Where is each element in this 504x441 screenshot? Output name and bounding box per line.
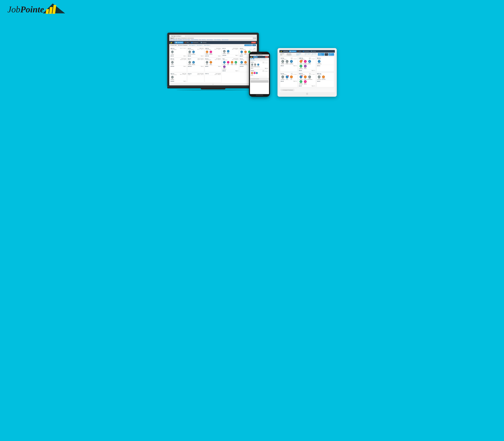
bookmark-other[interactable]: Other bookmarks: [222, 39, 229, 40]
tablet-unassigned-btn[interactable]: ∧ Unassigned Employees: [280, 89, 294, 91]
view-notes-btn[interactable]: View Notes: [197, 45, 203, 46]
phone-unassigned-btn[interactable]: ∧ Unassigned Employees: [250, 78, 269, 80]
job-card-test[interactable]: Test / Kalamazoo Ben Wrinely Apr 17 - Ma…: [222, 58, 239, 72]
manager-cw: Jaim: [249, 48, 255, 49]
tablet-screen: JobPointe 📋 Job Board 💼 Jobs 👥: [279, 50, 335, 92]
tablet-company-eft: EFT Co.: [317, 73, 321, 74]
job-card-zzz[interactable]: ZZZ Co. Chris Roberts Apr 17 - May 17: [205, 73, 221, 82]
tablet-user-aje: User: [309, 58, 315, 58]
name-markj: MARKJONES: [234, 64, 237, 65]
bookmark-free[interactable]: Free stock images...: [183, 39, 191, 40]
job-card-vbj[interactable]: VBJ Co. / New York City Mike Pute Mar 17…: [170, 73, 187, 82]
job-card-aj[interactable]: AJ Co. / Grand Rapids Mike Pute Mar 17 -…: [187, 47, 204, 57]
job-card-xyz[interactable]: XYZ Co. / Ionia Paul Greenway Mar 11 - J…: [187, 73, 204, 82]
job-card-hij[interactable]: HIJ Co. / Grand Rapids Joe Williams Apr …: [205, 58, 221, 72]
name-mark: MARKPOWERS: [223, 53, 226, 54]
name-brad: BRADJONES: [171, 64, 173, 65]
browser-active-tab[interactable]: Andy Egen Job Board: [170, 35, 182, 37]
tablet-lock-notify-btn[interactable]: Lock & No...: [328, 53, 334, 56]
location-abc: / Grand Rapids: [171, 49, 176, 50]
bookmark-apps[interactable]: Apps: [170, 39, 172, 40]
wage-hij: $46.00: [205, 66, 208, 67]
browser-tab-new[interactable]: +: [182, 35, 185, 37]
nav-job-board[interactable]: 📋 Job Board: [174, 41, 183, 44]
phone-name-bruce: BRUCEOSBORN: [251, 66, 254, 67]
tablet-job-aj[interactable]: AJ Co. / Grand Rapids User Mar 17 - Nov …: [280, 57, 298, 72]
view-legend-btn[interactable]: View Legend: [189, 45, 196, 46]
scroll-more[interactable]: ▼: [169, 83, 257, 85]
tablet-settings-label: Settings: [312, 51, 316, 52]
tablet-settings-icon: ⚙️: [311, 51, 312, 52]
location-aje: / Grand Rapids: [205, 49, 211, 50]
tablet-footer-cw: $48.47 Total: 5 ∧: [299, 85, 315, 87]
tablet-nav-settings[interactable]: ⚙️ Settings: [310, 50, 317, 52]
phone-open-filters[interactable]: ⊟ Open Filters: [250, 60, 269, 61]
tablet-job-cj[interactable]: CJ Co. / Grand Rapids Jaim Feb 17 - Feb …: [280, 72, 298, 87]
tablet-formatting-btn[interactable]: Formatting Mode: [296, 53, 304, 55]
phone-job-aje[interactable]: AJE Co. / Grand Rapids User Mar 17 - May…: [250, 70, 269, 76]
tablet-print-btn[interactable]: Print: [325, 53, 328, 56]
phone-view-legend[interactable]: View Legend: [261, 58, 265, 59]
dates-gh: Apr 17 - Jun 17: [198, 59, 204, 60]
bookmark-shop[interactable]: ShopDRCO: [178, 39, 183, 40]
bookmark-turner[interactable]: Turner Industries...: [214, 39, 221, 40]
job-card-bc[interactable]: BC Co. Chris Roberts Apr 17 - May 17 M M…: [222, 47, 239, 57]
job-card-abc[interactable]: ABC Co. / Grand Rapids Feb 17 - Feb 17 A…: [170, 47, 187, 57]
phone-logout-btn[interactable]: Logout: [265, 56, 268, 58]
bookmark-search[interactable]: Search Marketing...: [191, 39, 199, 40]
tablet-job-aje[interactable]: AJE Co. / Grand Rapids User Mar 17 - May…: [298, 57, 316, 72]
lock-notify-button[interactable]: Lock & Notify: [244, 45, 252, 46]
tablet-total-cw: Total: 5 ∧: [312, 86, 315, 87]
tablet-nav-employees[interactable]: 👥 Employees: [302, 50, 310, 52]
dates-eft: Feb 17 - Jun 17: [180, 59, 186, 60]
job-card-gh[interactable]: GH Co. / Ada Darcus Librean Apr 17 - Jun…: [187, 58, 204, 72]
browser-url-bar[interactable]: php.rlogical.com/jobboard_new/schedules: [175, 37, 253, 39]
tablet-view-legend-btn[interactable]: View Legend: [305, 53, 311, 55]
tablet-home-btn[interactable]: [306, 93, 308, 95]
phone-url-bar[interactable]: php.rlogical.com: [250, 54, 269, 56]
nav-settings[interactable]: ⚙️ Settings: [199, 41, 208, 44]
company-aj: AJ Co.: [188, 48, 194, 49]
toolbar-right: Lock & Notify Lock: [244, 45, 256, 46]
bookmark-button[interactable]: ☆: [253, 38, 254, 39]
tablet-emps-cw: J 2 JIMDUNHAM J JOEBRYANT A: [299, 76, 315, 85]
job-card-header-xyz: XYZ Co. / Ionia Paul Greenway Mar 11 - J…: [188, 73, 204, 76]
nav-employees[interactable]: 👥 Employees: [190, 41, 199, 44]
lock-button[interactable]: Lock: [252, 45, 256, 46]
tablet-job-eft[interactable]: EFT Co. / Wyoming B BRADMCCLURE S: [316, 72, 334, 87]
nav-jobs[interactable]: 💼 Jobs: [184, 41, 190, 44]
phone-home-bar[interactable]: [256, 95, 263, 95]
refresh-button[interactable]: ↻: [173, 38, 174, 39]
tablet-nav-jobs[interactable]: 💼 Jobs: [297, 50, 302, 52]
laptop-screen: Andy Egen Job Board + ◀ ▶ ↻ php.rlogical…: [169, 35, 257, 85]
phone-formatting[interactable]: Formatting Mode: [255, 58, 260, 59]
job-card-eft[interactable]: EFT Co. Wyoming Ben Wrinely Feb 17 - Jun…: [170, 58, 187, 72]
filter-icon: ⊟: [250, 60, 251, 61]
bookmark-prezi[interactable]: Prezi - Most Pop...: [199, 39, 206, 40]
back-button[interactable]: ◀: [170, 38, 171, 39]
phone-nav-jobboard[interactable]: Job Board: [253, 56, 258, 58]
phone-job-aj[interactable]: AJ Co. / Grand Rapids User Mar 17 - Nov …: [250, 61, 269, 69]
tablet-location-aje: / Grand Rapids: [299, 59, 305, 60]
scroll-icon: ▼: [213, 84, 214, 85]
bookmark-kodak[interactable]: Kodak InSite: [172, 39, 177, 40]
tablet-job-cw[interactable]: CW Co. / Grand Rapids Jaim Feb 17 - Feb …: [298, 72, 316, 87]
tablet-job-bc[interactable]: BC Co. / Holland A AARONRODRIGEUZ $25.41: [316, 57, 334, 72]
forward-button[interactable]: ▶: [172, 38, 173, 39]
tablet-view-notes-btn[interactable]: View Notes: [312, 53, 317, 55]
company-xyz: XYZ Co.: [188, 73, 192, 74]
phone-emp-b-aje: B: [256, 72, 258, 76]
tablet-select-multiple-btn[interactable]: Select Multiple: [318, 53, 324, 56]
job-card-aje[interactable]: AJE Co. / Grand Rapids Dan Oberro Mar 17…: [205, 47, 221, 57]
menu-button[interactable]: ≡: [255, 38, 256, 39]
open-filters-btn[interactable]: Open Filters: [204, 45, 210, 46]
location-cw: / Grand Rapids: [240, 49, 246, 50]
bookmark-how[interactable]: How to Perform...: [207, 39, 214, 40]
tablet-nav-jobboard[interactable]: 📋 Job Board: [289, 50, 296, 52]
wage-ts: $144.00: [240, 66, 244, 67]
job-footer-test: $81.60 Total: 5: [223, 70, 238, 71]
laptop-bezel: Andy Egen Job Board + ◀ ▶ ↻ php.rlogical…: [167, 33, 259, 86]
tablet-toolbar: 13 Active Jobs 192 Active Employees Form…: [279, 53, 335, 56]
tablet-header-eft: EFT Co. / Wyoming: [317, 73, 333, 75]
logout-button[interactable]: Logout: [251, 42, 256, 43]
